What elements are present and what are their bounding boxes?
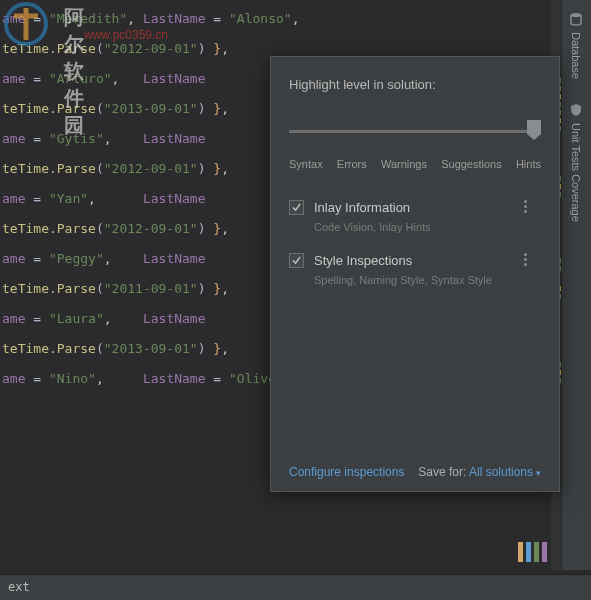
chevron-down-icon: ▾ [536, 468, 541, 478]
checkbox[interactable] [289, 200, 304, 215]
watermark-text: 阿尔软件园 [64, 4, 84, 139]
pencil-icon [526, 542, 531, 562]
tool-tab-coverage[interactable]: Unit Tests Coverage [562, 91, 590, 234]
save-for-dropdown[interactable]: All solutions▾ [469, 465, 541, 479]
style-inspections-checkbox-row[interactable]: Style Inspections [289, 253, 541, 268]
configure-inspections-link[interactable]: Configure inspections [289, 465, 404, 479]
pencil-icon [518, 542, 523, 562]
pencil-icon [542, 542, 547, 562]
status-text: ext [8, 580, 30, 594]
save-for-label: Save for: [418, 465, 466, 479]
checkbox-label: Inlay Information [314, 200, 410, 215]
checkmark-icon [292, 256, 301, 265]
highlight-level-slider[interactable] [289, 120, 541, 150]
tool-tab-database[interactable]: Database [562, 0, 590, 91]
inspection-pencils-icon[interactable] [518, 542, 547, 562]
slider-label: Hints [516, 158, 541, 170]
slider-label: Syntax [289, 158, 323, 170]
tool-tab-label: Unit Tests Coverage [570, 123, 582, 222]
pencil-icon [534, 542, 539, 562]
inlay-information-checkbox-row[interactable]: Inlay Information [289, 200, 541, 215]
watermark-url: www.pc0359.cn [84, 28, 168, 42]
slider-thumb[interactable] [527, 120, 541, 140]
status-bar: ext [0, 574, 591, 600]
checkbox-description: Code Vision, Inlay Hints [314, 221, 541, 233]
slider-label: Errors [337, 158, 367, 170]
slider-track [289, 130, 541, 133]
right-toolbar: Database Unit Tests Coverage [561, 0, 591, 570]
checkbox-description: Spelling, Naming Style, Syntax Style [314, 274, 541, 286]
checkbox[interactable] [289, 253, 304, 268]
watermark-logo-icon [4, 2, 48, 46]
kebab-menu-button[interactable] [524, 253, 527, 266]
database-icon [569, 12, 583, 26]
tool-tab-label: Database [570, 32, 582, 79]
checkbox-label: Style Inspections [314, 253, 412, 268]
highlight-level-popup: Highlight level in solution: Syntax Erro… [270, 56, 560, 492]
watermark: 阿尔软件园 www.pc0359.cn [4, 2, 48, 49]
save-for-group: Save for: All solutions▾ [418, 465, 541, 479]
coverage-icon [569, 103, 583, 117]
slider-labels: Syntax Errors Warnings Suggestions Hints [289, 158, 541, 170]
popup-title: Highlight level in solution: [289, 77, 541, 92]
slider-label: Suggestions [441, 158, 502, 170]
kebab-menu-button[interactable] [524, 200, 527, 213]
svg-point-1 [571, 13, 581, 17]
checkmark-icon [292, 203, 301, 212]
slider-label: Warnings [381, 158, 427, 170]
